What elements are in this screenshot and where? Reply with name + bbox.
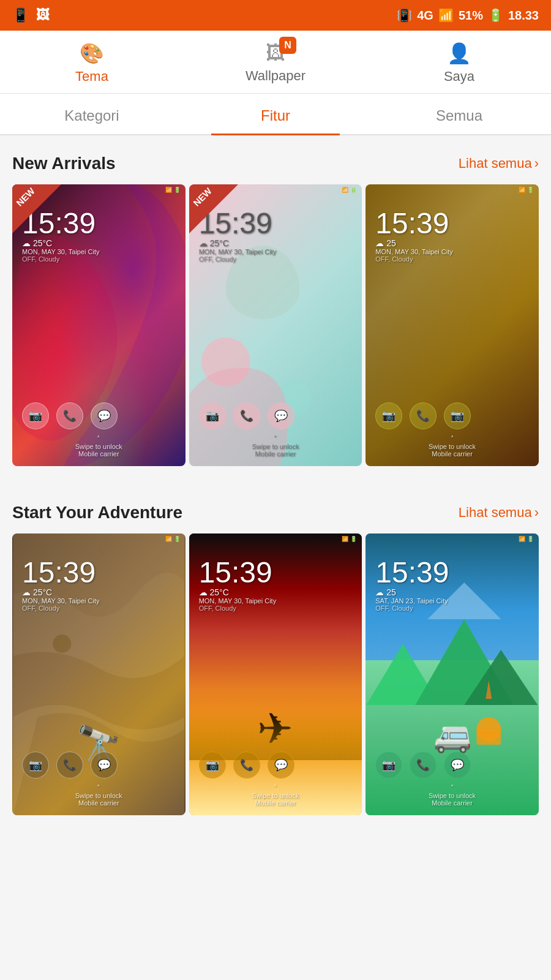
mock-swipe-text: ˄Swipe to unlockMobile carrier xyxy=(12,435,186,458)
mock-icons-5: 📷 📞 💬 xyxy=(199,752,362,778)
mock-icon-phone: 📞 xyxy=(56,402,83,429)
mock-icons-3: 📷 📞 📷 xyxy=(375,402,539,429)
wallpaper-badge: N xyxy=(279,37,296,54)
new-badge-label-2: NEW xyxy=(191,186,214,208)
mock-icon-m5: 💬 xyxy=(268,752,294,778)
tab-fitur[interactable]: Fitur xyxy=(184,94,367,134)
chevron-right-icon-2: › xyxy=(534,505,539,521)
wallpaper-card-na-3[interactable]: 📶🔋 15:39 ☁ 25 MON, MAY 30, Taipei City O… xyxy=(365,184,539,466)
chevron-right-icon: › xyxy=(534,156,539,172)
mock-icon-c5: 📷 xyxy=(199,752,226,778)
mock-swipe-4: ˄Swipe to unlockMobile carrier xyxy=(12,784,186,807)
signal-icon: 📶 xyxy=(438,8,454,23)
mock-icon-camera: 📷 xyxy=(22,402,49,429)
vibrate-icon: 📳 xyxy=(397,8,412,23)
mock-status-2: OFF, Cloudy xyxy=(199,255,362,263)
mock-date-4: MON, MAY 30, Taipei City xyxy=(22,597,186,605)
mock-topbar-5: 📶🔋 xyxy=(342,536,357,542)
mock-icon-p5: 📞 xyxy=(233,752,260,778)
network-label: 4G xyxy=(417,9,433,23)
nav-item-tema[interactable]: 🎨 Tema xyxy=(0,31,184,93)
phone-mockup-na-3: 📶🔋 15:39 ☁ 25 MON, MAY 30, Taipei City O… xyxy=(365,184,539,466)
mock-icons-4: 📷 📞 💬 xyxy=(22,752,186,778)
adventure-row: 🔭 📶🔋 15:39 ☁ 25°C MON, MAY 30, Taipei Ci… xyxy=(12,533,539,815)
tab-kategori[interactable]: Kategori xyxy=(0,94,184,134)
mock-icon-message-2: 💬 xyxy=(268,402,294,429)
mock-topbar: 📶🔋 xyxy=(165,187,181,193)
tabs-bar: Kategori Fitur Semua xyxy=(0,94,551,135)
gallery-icon: 🖼 xyxy=(36,7,50,23)
new-badge-label: NEW xyxy=(14,186,37,208)
new-badge-na-1: NEW xyxy=(12,184,61,233)
mock-status-6: OFF, Cloudy xyxy=(375,605,539,612)
mock-icon-camera-2: 📷 xyxy=(199,402,226,429)
mock-weather: ☁ 25°C xyxy=(22,238,186,248)
section-adventure: Start Your Adventure Lihat semua › 🔭 xyxy=(0,484,551,821)
mock-weather-2: ☁ 25°C xyxy=(199,238,362,248)
wallpaper-card-na-1[interactable]: 📶🔋 15:39 ☁ 25°C MON, MAY 30, Taipei City… xyxy=(12,184,186,466)
mock-icons-6: 📷 📞 💬 xyxy=(375,752,539,778)
mock-topbar-2: 📶🔋 xyxy=(342,187,357,193)
mock-icon-c6: 📷 xyxy=(375,752,402,778)
time-label: 18.33 xyxy=(508,9,539,23)
mock-weather-6: ☁ 25 xyxy=(375,587,539,597)
wallpaper-card-na-2[interactable]: 📶🔋 15:39 ☁ 25°C MON, MAY 30, Taipei City… xyxy=(189,184,362,466)
nav-label-wallpaper: Wallpaper xyxy=(246,68,305,84)
mock-swipe-3: ˄Swipe to unlockMobile carrier xyxy=(365,435,539,458)
phone-mockup-sa-1: 📶🔋 15:39 ☁ 25°C MON, MAY 30, Taipei City… xyxy=(12,533,186,815)
saya-icon: 👤 xyxy=(447,42,471,65)
mock-icon-phone-2: 📞 xyxy=(233,402,260,429)
mock-icon-m6: 💬 xyxy=(444,752,471,778)
status-bar: 📱 🖼 📳 4G 📶 51% 🔋 18.33 xyxy=(0,0,551,31)
section-link-adventure[interactable]: Lihat semua › xyxy=(459,505,539,521)
mock-icon-m4: 💬 xyxy=(91,752,118,778)
mock-swipe-2: ˄Swipe to unlockMobile carrier xyxy=(189,435,362,458)
mock-time-4: 15:39 xyxy=(22,558,186,587)
nav-item-saya[interactable]: 👤 Saya xyxy=(367,31,551,93)
mock-swipe-6: ˄Swipe to unlockMobile carrier xyxy=(365,784,539,807)
mock-weather-3: ☁ 25 xyxy=(375,238,539,248)
new-badge-na-2: NEW xyxy=(189,184,238,233)
mock-swipe-5: ˄Swipe to unlockMobile carrier xyxy=(189,784,362,807)
section-link-new-arrivals[interactable]: Lihat semua › xyxy=(459,156,539,172)
bottom-nav: 🎨 Tema 🖼 N Wallpaper 👤 Saya xyxy=(0,31,551,94)
mock-status-4: OFF, Cloudy xyxy=(22,605,186,612)
mock-topbar-3: 📶🔋 xyxy=(519,187,534,193)
wallpaper-card-sa-1[interactable]: 🔭 📶🔋 15:39 ☁ 25°C MON, MAY 30, Taipei Ci… xyxy=(12,533,186,815)
mock-icons: 📷 📞 💬 xyxy=(22,402,186,429)
mock-time-5: 15:39 xyxy=(199,558,362,587)
mock-status-text: OFF, Cloudy xyxy=(22,255,186,263)
mock-weather-5: ☁ 25°C xyxy=(199,587,362,597)
mock-icon-camera-3: 📷 xyxy=(375,402,402,429)
nav-label-saya: Saya xyxy=(444,69,474,85)
mock-date: MON, MAY 30, Taipei City xyxy=(22,248,186,255)
section-separator xyxy=(0,472,551,484)
mock-time-6: 15:39 xyxy=(375,558,539,587)
mock-topbar-6: 📶🔋 xyxy=(519,536,534,542)
mock-weather-4: ☁ 25°C xyxy=(22,587,186,597)
wallpaper-card-sa-3[interactable]: 🚐 📶🔋 15:39 ☁ 25 SAT, JAN 23, Taipei City… xyxy=(365,533,539,815)
mock-date-5: MON, MAY 30, Taipei City xyxy=(199,597,362,605)
mock-topbar-4: 📶🔋 xyxy=(165,536,181,542)
tab-semua[interactable]: Semua xyxy=(367,94,551,134)
section-new-arrivals: New Arrivals Lihat semua › 📶🔋 15:39 ☁ 25… xyxy=(0,135,551,472)
battery-icon: 🔋 xyxy=(488,8,503,23)
section-title-adventure: Start Your Adventure xyxy=(12,503,182,522)
mock-status-5: OFF, Cloudy xyxy=(199,605,362,612)
new-arrivals-row: 📶🔋 15:39 ☁ 25°C MON, MAY 30, Taipei City… xyxy=(12,184,539,466)
nav-label-tema: Tema xyxy=(75,69,108,85)
mock-icon-message: 💬 xyxy=(91,402,118,429)
whatsapp-icon: 📱 xyxy=(12,7,29,23)
phone-mockup-sa-2: 📶🔋 15:39 ☁ 25°C MON, MAY 30, Taipei City… xyxy=(189,533,362,815)
section-header-new-arrivals: New Arrivals Lihat semua › xyxy=(12,154,539,173)
mock-date-6: SAT, JAN 23, Taipei City xyxy=(375,597,539,605)
mock-icons-2: 📷 📞 💬 xyxy=(199,402,362,429)
mock-icon-message-3: 📷 xyxy=(444,402,471,429)
nav-item-wallpaper[interactable]: 🖼 N Wallpaper xyxy=(184,31,367,93)
section-header-adventure: Start Your Adventure Lihat semua › xyxy=(12,503,539,522)
mock-icon-p6: 📞 xyxy=(410,752,437,778)
section-title-new-arrivals: New Arrivals xyxy=(12,154,116,173)
mock-date-2: MON, MAY 30, Taipei City xyxy=(199,248,362,255)
wallpaper-card-sa-2[interactable]: ✈ 📶🔋 15:39 ☁ 25°C MON, MAY 30, Taipei Ci… xyxy=(189,533,362,815)
phone-mockup-sa-3: 📶🔋 15:39 ☁ 25 SAT, JAN 23, Taipei City O… xyxy=(365,533,539,815)
